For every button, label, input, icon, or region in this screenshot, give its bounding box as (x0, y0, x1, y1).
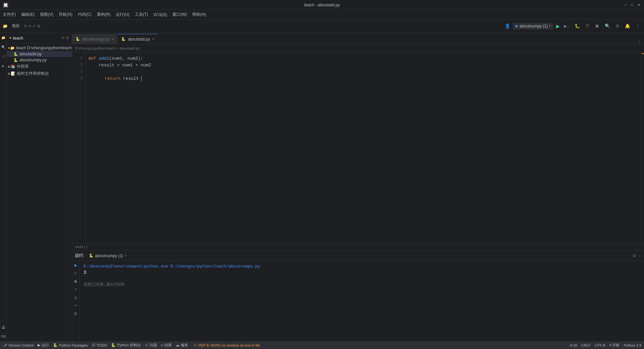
titlebar-left: 🔲 (3, 2, 8, 8)
close-button[interactable]: ✕ (637, 3, 641, 7)
status-version-control[interactable]: ⎇ Version Control (3, 343, 34, 347)
menu-refactor[interactable]: 重构(R) (94, 10, 113, 19)
run-sidebar: ▶ ↻ ⏹ ≡ 🖨 ↩ 🗑 (72, 261, 79, 341)
run-tab-aboutnumpy[interactable]: 🐍 aboutnumpy (1) ✕ (87, 252, 129, 259)
run-config-dropdown[interactable]: ▾ (549, 24, 551, 28)
app-icon: 🔲 (3, 2, 8, 8)
sidebar-icon-bookmark[interactable]: ⚓ (0, 324, 7, 330)
tree-item-aboutadd[interactable]: 🐍 aboutadd.py (7, 51, 72, 57)
status-todo[interactable]: ☑ TODO (92, 343, 107, 347)
expand-icon[interactable]: ⤢ (32, 24, 36, 28)
sync-files-icon[interactable]: ⟳ (61, 36, 64, 40)
status-run[interactable]: ▶ 运行 (38, 343, 49, 348)
menu-help[interactable]: 帮助(H) (190, 10, 209, 19)
more-button[interactable]: ⋮ (634, 23, 641, 29)
menu-run[interactable]: 运行(U) (113, 10, 132, 19)
tab-close-2[interactable]: ✕ (152, 37, 155, 41)
code-content[interactable]: def add1(num1, num2): result = num1 + nu… (86, 52, 641, 243)
run-tab-icon: 🐍 (89, 253, 94, 258)
status-services[interactable]: ☁ 服务 (176, 343, 188, 348)
panel-settings-icon[interactable]: ⚙ (633, 253, 636, 258)
terminal-process-end: 进程已结束,退出代码0 (84, 282, 640, 288)
sidebar-icon-terminal[interactable]: ⌨ (0, 333, 7, 340)
status-python-version[interactable]: Python 3.9 (624, 343, 641, 347)
run-trash-btn[interactable]: 🗑 (73, 310, 79, 316)
run-play-btn[interactable]: ▶ (73, 262, 79, 268)
menu-view[interactable]: 视图(V) (37, 10, 56, 19)
search-button[interactable]: 🔍 (603, 23, 611, 29)
indent-label: 4 空格 (609, 343, 620, 348)
status-problems[interactable]: ⚠ 问题 (145, 343, 157, 348)
status-todo-label: TODO (97, 343, 107, 347)
settings-button[interactable]: ⚙ (614, 23, 621, 29)
debug-button[interactable]: 🐛 (573, 23, 581, 29)
editor-area: 🐍 aboutnumpy.py ✕ 🐍 aboutadd.py ✕ ⋮ D:\c… (72, 33, 644, 250)
breadcrumb-bar: D:\chengxu\python\teach › aboutadd.py (72, 44, 644, 52)
run-print-btn[interactable]: 🖨 (73, 294, 79, 300)
sidebar-icon-folder[interactable]: 📁 (0, 34, 7, 41)
sidebar-icon-search[interactable]: 🔍 (0, 44, 7, 50)
sidebar-icon-git[interactable]: ⎇ (0, 53, 7, 60)
panel-minimize-icon[interactable]: ─ (638, 253, 641, 258)
run-wrap-btn[interactable]: ↩ (73, 302, 79, 308)
notifications-button[interactable]: 🔔 (624, 23, 632, 29)
status-results[interactable]: ≡ 结果 (161, 343, 172, 348)
status-indent[interactable]: 4 空格 (609, 343, 620, 348)
status-bar: ⎇ Version Control ▶ 运行 🐍 Python Packages… (0, 341, 644, 349)
menu-edit[interactable]: 编辑(E) (18, 10, 37, 19)
list-icon[interactable]: ≡ (29, 24, 31, 28)
run-config-icon: ▶ (516, 24, 518, 28)
stop-button[interactable]: ⏹ (594, 23, 601, 29)
cog-icon[interactable]: ⚙ (66, 36, 69, 40)
run-button[interactable]: ▶ (556, 23, 560, 29)
run-list-btn[interactable]: ≡ (73, 286, 79, 292)
folder-icon-external: ▶📚 (8, 64, 15, 69)
line-num-4: 4 (72, 75, 85, 82)
menu-file[interactable]: 文件(F) (0, 10, 18, 19)
run-stop-btn[interactable]: ⏹ (73, 278, 79, 284)
run-label: 运行: (75, 253, 84, 258)
tab-aboutadd[interactable]: 🐍 aboutadd.py ✕ (118, 34, 158, 44)
warning-icon: ⚠ (194, 343, 197, 347)
editor-more-icon[interactable]: ⋮ (637, 39, 641, 44)
tree-root[interactable]: ▾📁 teach D:\chengxu\python\teach (7, 45, 72, 51)
main-layout: 📁 🔍 ⎇ ▶ ⚓ ⌨ ▾ teach ⟳ ⚙ ▾📁 teach D:\chen… (0, 33, 644, 341)
status-cursor[interactable]: 4:18 (570, 343, 577, 347)
menu-code[interactable]: 代码(C) (75, 10, 94, 19)
panel-header-icons: ⟳ ⚙ (61, 36, 69, 40)
status-python-console[interactable]: 🐍 Python 控制台 (111, 343, 141, 348)
gear-icon[interactable]: ⚙ (37, 24, 41, 28)
menu-vcs[interactable]: VCS(S) (151, 11, 170, 18)
todo-icon: ☑ (92, 343, 95, 347)
breadcrumb-file: aboutadd.py (119, 46, 140, 50)
sidebar-icon-strip: 📁 🔍 ⎇ ▶ ⚓ ⌨ (0, 33, 7, 341)
file-tree: ▾📁 teach D:\chengxu\python\teach 🐍 about… (7, 44, 72, 341)
profile-button[interactable]: ⏱ (584, 23, 591, 29)
run-panel: 运行: 🐍 aboutnumpy (1) ✕ ⚙ ─ ▶ ↻ ⏹ ≡ (72, 250, 644, 341)
run-tab-close[interactable]: ✕ (124, 254, 127, 257)
maximize-button[interactable]: □ (630, 3, 635, 7)
code-editor[interactable]: 1 2 3 4 def add1(num1, num2): res (72, 52, 641, 243)
tab-aboutnumpy[interactable]: 🐍 aboutnumpy.py ✕ (72, 34, 118, 44)
tree-item-aboutnumpy[interactable]: 🐍 aboutnumpy.py (7, 57, 72, 63)
status-encoding[interactable]: UTF-8 (595, 343, 605, 347)
run-rerun-btn[interactable]: ↻ (73, 270, 79, 276)
titlebar-controls: ─ □ ✕ (623, 3, 641, 7)
tree-item-external[interactable]: ▶📚 外部库 (7, 63, 72, 70)
user-icon[interactable]: 👤 (505, 23, 510, 28)
cursor-pos-label: 4:18 (570, 343, 577, 347)
menu-window[interactable]: 窗口(W) (170, 10, 190, 19)
terminal-area[interactable]: D:\Anaconda3\envs\newenv\python.exe D:/c… (79, 261, 644, 341)
tree-item-scratch[interactable]: ▶📝 临时文件和控制台 (7, 70, 72, 77)
sync-icon[interactable]: ⟳ (24, 24, 27, 28)
sidebar-icon-run2[interactable]: ▶ (0, 62, 7, 69)
menu-navigate[interactable]: 导航(N) (56, 10, 75, 19)
minimize-button[interactable]: ─ (623, 3, 628, 7)
menu-tools[interactable]: 工具(T) (132, 10, 151, 19)
status-python-packages[interactable]: 🐍 Python Packages (53, 343, 88, 347)
file-panel: ▾ teach ⟳ ⚙ ▾📁 teach D:\chengxu\python\t… (7, 33, 72, 341)
status-line-ending[interactable]: CRLF (581, 343, 591, 347)
tab-close-1[interactable]: ✕ (111, 37, 114, 41)
run-config[interactable]: ▶ aboutnumpy (1) ▾ (513, 23, 553, 30)
coverage-button[interactable]: ▶ₓ (562, 23, 571, 29)
